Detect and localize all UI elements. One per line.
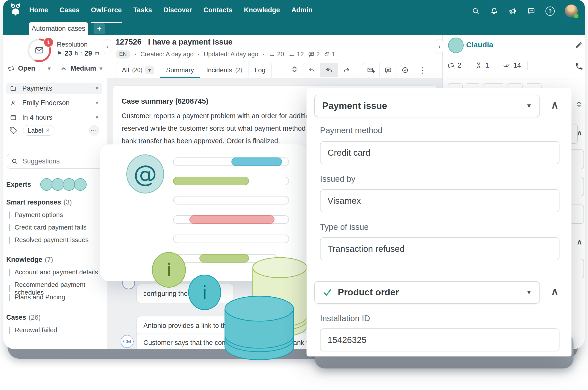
expand-collapse-sort-icon[interactable] [290, 65, 299, 74]
case-item[interactable]: Renewal failed [9, 326, 57, 334]
resolved-value: 14 [513, 62, 521, 69]
minutes-unit: m [95, 50, 99, 57]
resolution-label: Resolution [57, 41, 88, 48]
case-id: 127526 [116, 38, 141, 47]
collapse-section-button[interactable]: ∧ [548, 285, 561, 298]
smart-response-item[interactable]: Resolved payment issues [9, 236, 89, 244]
remove-label-icon[interactable]: × [46, 127, 50, 134]
contact-avatar[interactable] [448, 38, 464, 53]
status-dropdown[interactable]: Open ▾ [8, 65, 51, 72]
contact-stats: 2 1 [447, 61, 528, 70]
case-sidebar: 1 Resolution ⚑ 23h : 29m Open ▾ [3, 35, 107, 349]
section-title: Cases [6, 314, 26, 321]
queue-row[interactable]: Payments ▾ [6, 83, 102, 94]
owl-logo-icon[interactable] [8, 2, 23, 17]
notifications-bell-icon[interactable] [490, 7, 498, 15]
chevron-down-icon: ▾ [96, 100, 98, 106]
tab-incidents[interactable]: Incidents (2) [200, 62, 248, 78]
collapse-icon[interactable]: ∧ [577, 128, 582, 137]
more-labels-button[interactable]: ⋯ [89, 125, 99, 136]
installation-id-field[interactable]: 15426325 [320, 328, 559, 351]
messages-chat-icon[interactable] [527, 7, 535, 15]
help-icon[interactable]: ? [545, 7, 555, 16]
tab-all[interactable]: All (20) ▾ [116, 62, 160, 78]
summary-text-line: reserved while the customer sorts out wh… [122, 124, 326, 132]
received-value: 12 [297, 51, 304, 58]
due-row[interactable]: In 4 hours ▾ [6, 112, 102, 123]
contact-name[interactable]: Claudia [466, 41, 493, 49]
label-chip-text: Label [28, 127, 43, 134]
edit-contact-pencil-icon[interactable] [575, 41, 583, 49]
resolution-minutes: 29 [85, 50, 92, 57]
nav-cases[interactable]: Cases [60, 6, 80, 15]
user-avatar[interactable] [565, 5, 578, 18]
tab-count: (2) [235, 67, 242, 74]
stat-separator [527, 61, 528, 70]
search-icon[interactable] [471, 7, 480, 15]
nav-contacts[interactable]: Contacts [203, 6, 232, 15]
nav-home[interactable]: Home [29, 6, 48, 15]
order-select[interactable]: Product order ▼ [314, 281, 540, 304]
collapse-section-button[interactable]: ∧ [548, 98, 561, 111]
new-email-button[interactable] [362, 63, 380, 77]
create-task-button[interactable] [397, 63, 414, 77]
type-of-issue-value: Transaction refused [328, 244, 405, 254]
info-icon-green: i [152, 252, 186, 288]
reply-button[interactable] [303, 63, 321, 77]
tab-log[interactable]: Log [248, 62, 271, 78]
assignee-row[interactable]: Emily Enderson ▾ [6, 97, 102, 109]
knowledge-item[interactable]: Account and payment details [9, 268, 98, 276]
progress-track [173, 215, 289, 224]
expert-avatar[interactable] [52, 178, 64, 191]
tab-summary[interactable]: Summary [160, 62, 200, 78]
suggestions-search [7, 154, 102, 168]
progress-track [173, 157, 289, 166]
expert-avatar[interactable] [40, 178, 53, 191]
smart-response-item[interactable]: Payment options [9, 211, 63, 219]
expert-avatar[interactable] [63, 178, 75, 191]
pending-stat[interactable]: 1 [475, 62, 489, 69]
form-sort-icon[interactable] [574, 100, 583, 109]
nav-owlforce[interactable]: OwlForce [91, 6, 122, 15]
item-label: Plans and Pricing [15, 293, 65, 301]
smart-response-item[interactable]: Credit card payment fails [9, 224, 87, 231]
expert-avatar[interactable] [74, 178, 87, 191]
tab-all-caret-button[interactable]: ▾ [145, 66, 154, 74]
add-workspace-tab-button[interactable]: + [94, 23, 105, 34]
workspace-tab-automation-cases[interactable]: Automation cases [29, 22, 88, 35]
forward-button[interactable] [338, 63, 355, 77]
sent-count: → 20 [268, 50, 284, 58]
summary-text-line: bank transfer has been approved. Order i… [122, 137, 280, 145]
type-of-issue-field[interactable]: Transaction refused [320, 237, 559, 260]
screenshot-canvas: Home Cases OwlForce Tasks Discover Conta… [0, 0, 588, 390]
phone-icon[interactable] [575, 62, 583, 71]
flag-icon: ⚑ [57, 50, 62, 57]
collapse-sidebar-handle[interactable]: ‹ [104, 40, 111, 53]
tickets-stat[interactable]: 2 [447, 62, 461, 69]
priority-dropdown[interactable]: Medium ▾ [60, 65, 102, 72]
language-badge: EN [116, 50, 130, 59]
resolved-stat[interactable]: 14 [502, 61, 521, 69]
more-actions-button[interactable]: ⋮ [414, 63, 431, 77]
label-chip[interactable]: Label × [23, 125, 54, 136]
nav-knowledge[interactable]: Knowledge [244, 6, 280, 15]
ticket-icon [8, 65, 15, 72]
add-comment-button[interactable] [380, 63, 397, 77]
payment-method-field[interactable]: Credit card [320, 141, 559, 164]
nav-discover[interactable]: Discover [163, 6, 192, 15]
issued-by-label: Issued by [320, 174, 355, 184]
reply-all-button[interactable] [321, 63, 338, 77]
nav-tasks[interactable]: Tasks [133, 6, 152, 15]
nav-admin[interactable]: Admin [291, 6, 313, 15]
announcements-megaphone-icon[interactable] [508, 7, 517, 15]
meta-separator: · [262, 51, 264, 58]
knowledge-item[interactable]: Plans and Pricing [9, 293, 65, 301]
category-select[interactable]: Payment issue ▼ [314, 95, 540, 117]
collapse-icon[interactable]: ∧ [577, 237, 582, 246]
suggestions-search-input[interactable] [22, 157, 112, 165]
updated-at: Updated: A day ago [204, 51, 258, 58]
customer-avatar[interactable]: CM [121, 335, 134, 348]
collapse-panel-handle[interactable]: › [436, 40, 443, 53]
section-count: (3) [64, 199, 72, 206]
issued-by-field[interactable]: Visamex [320, 189, 559, 212]
